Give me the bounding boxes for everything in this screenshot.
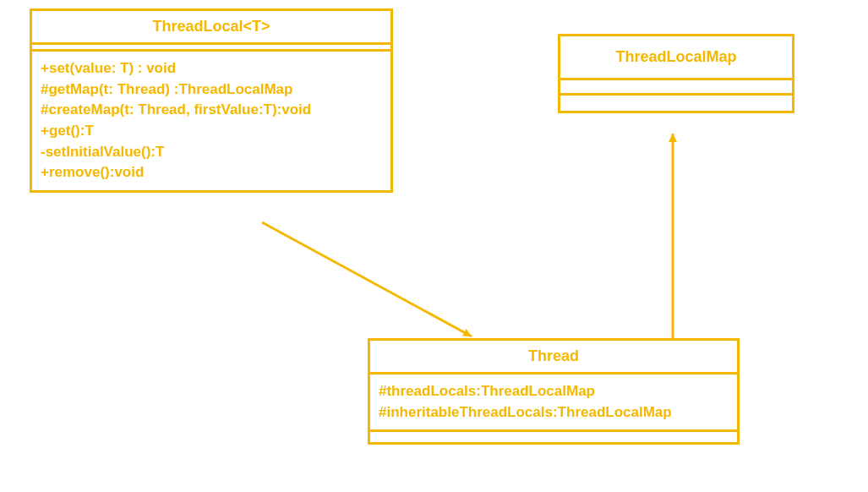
attributes-compartment-empty: [32, 45, 390, 52]
attribute-line: #inheritableThreadLocals:ThreadLocalMap: [379, 402, 729, 424]
uml-class-threadlocalmap: ThreadLocalMap: [558, 34, 794, 113]
method-line: +remove():void: [41, 162, 382, 183]
attributes-compartment: #threadLocals:ThreadLocalMap #inheritabl…: [370, 374, 737, 432]
methods-compartment-empty: [370, 432, 737, 442]
attribute-line: #threadLocals:ThreadLocalMap: [379, 381, 729, 402]
method-line: #getMap(t: Thread) :ThreadLocalMap: [41, 79, 382, 101]
methods-compartment: +set(value: T) : void #getMap(t: Thread)…: [32, 52, 390, 190]
method-line: -setInitialValue():T: [41, 142, 382, 163]
method-line: +get():T: [41, 121, 382, 142]
class-title: ThreadLocalMap: [560, 36, 792, 80]
attributes-compartment-empty: [560, 80, 792, 96]
uml-class-thread: Thread #threadLocals:ThreadLocalMap #inh…: [368, 338, 740, 445]
class-title: ThreadLocal<T>: [32, 11, 390, 45]
uml-class-threadlocal: ThreadLocal<T> +set(value: T) : void #ge…: [30, 8, 393, 193]
method-line: #createMap(t: Thread, firstValue:T):void: [41, 100, 382, 121]
class-title: Thread: [370, 341, 737, 374]
method-line: +set(value: T) : void: [41, 58, 382, 79]
methods-compartment-empty: [560, 96, 792, 111]
arrow-threadlocal-to-thread: [262, 222, 472, 336]
